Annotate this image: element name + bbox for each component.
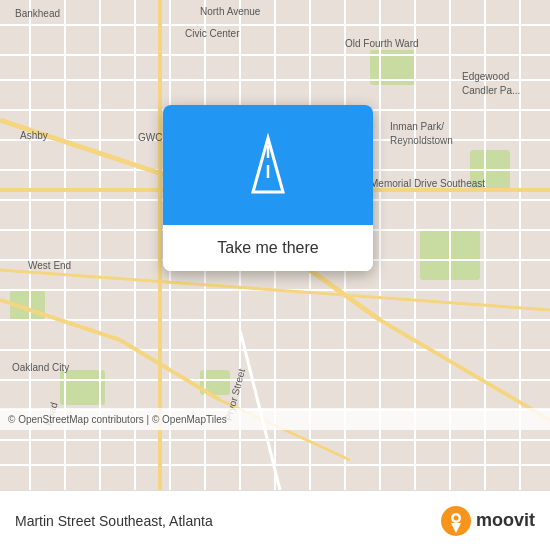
svg-point-56 [453, 515, 458, 520]
location-text: Martin Street Southeast, Atlanta [15, 513, 213, 529]
copyright-bar: © OpenStreetMap contributors | © OpenMap… [0, 408, 550, 430]
moovit-logo: moovit [440, 505, 535, 537]
bottom-bar: Martin Street Southeast, Atlanta moovit [0, 490, 550, 550]
map-container: Bankhead North Avenue Civic Center Old F… [0, 0, 550, 490]
moovit-icon-svg [440, 505, 472, 537]
svg-rect-3 [60, 370, 105, 405]
nav-card-header [163, 105, 373, 225]
nav-card: Take me there [163, 105, 373, 271]
road-icon [228, 130, 308, 200]
moovit-brand-text: moovit [476, 510, 535, 531]
copyright-text: © OpenStreetMap contributors | © OpenMap… [8, 414, 227, 425]
take-me-there-button[interactable]: Take me there [163, 225, 373, 271]
